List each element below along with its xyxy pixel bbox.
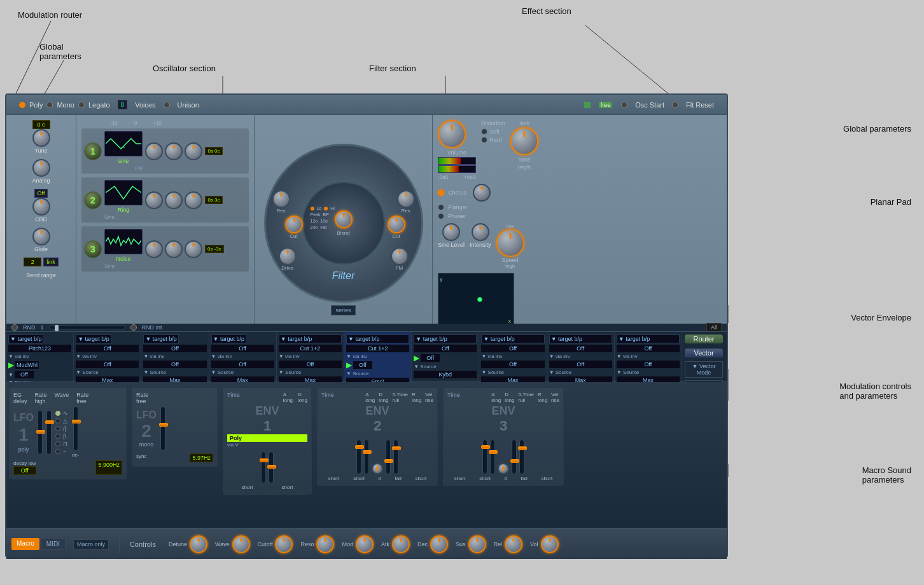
rnd-thumb[interactable] bbox=[55, 325, 59, 331]
slot1-pitch[interactable]: Pitch123 bbox=[8, 345, 71, 352]
filter-cut-knob-left[interactable] bbox=[285, 216, 303, 233]
series-label[interactable]: series bbox=[331, 305, 355, 315]
slot2-off2[interactable]: Off bbox=[76, 361, 139, 368]
lfo2-rate-thumb[interactable] bbox=[159, 423, 168, 427]
slot6-off[interactable]: Off bbox=[353, 361, 372, 369]
lfo2-freq[interactable]: 5.97Hz bbox=[190, 453, 213, 462]
osc2-knob2[interactable] bbox=[165, 191, 183, 209]
osc1-knob3[interactable] bbox=[185, 142, 202, 160]
slot1-off[interactable]: Off bbox=[15, 371, 34, 378]
osc2-knob1[interactable] bbox=[145, 191, 163, 209]
chorus-knob[interactable] bbox=[473, 184, 491, 202]
osc1-value1[interactable]: 0s 0c bbox=[205, 147, 223, 155]
wave-knob[interactable] bbox=[232, 535, 250, 553]
osc3-knob1[interactable] bbox=[145, 240, 163, 258]
dec-knob[interactable] bbox=[430, 535, 448, 553]
mode-dot-1[interactable] bbox=[311, 207, 314, 210]
sine-level-knob[interactable] bbox=[442, 223, 460, 241]
wave-radio-2[interactable]: △ bbox=[55, 418, 68, 424]
slot3-value[interactable]: Off bbox=[143, 345, 206, 352]
tune-value[interactable]: 0 c bbox=[32, 120, 50, 129]
mod-knob[interactable] bbox=[356, 535, 374, 553]
cbd-knob[interactable] bbox=[32, 198, 50, 216]
hard-radio[interactable] bbox=[481, 137, 487, 143]
chorus-radio[interactable] bbox=[438, 189, 444, 196]
filter-res-knob-right[interactable] bbox=[397, 190, 415, 208]
speed-knob[interactable] bbox=[496, 229, 524, 257]
rnd-radio[interactable] bbox=[11, 324, 18, 331]
link-btn[interactable]: link bbox=[43, 258, 59, 266]
env3-vel-slider[interactable] bbox=[519, 439, 524, 474]
lfo1-rate-thumb[interactable] bbox=[45, 420, 54, 424]
poly-radio[interactable] bbox=[19, 102, 25, 108]
wave-radio-1[interactable]: ∿ bbox=[55, 410, 68, 416]
env3-d-slider[interactable] bbox=[490, 439, 495, 474]
lfo1-eg-slider[interactable] bbox=[38, 410, 43, 455]
env3-vel-thumb[interactable] bbox=[518, 446, 527, 450]
wave-dot-1[interactable] bbox=[55, 411, 60, 416]
unison-radio[interactable] bbox=[164, 102, 170, 108]
sus-knob[interactable] bbox=[468, 535, 486, 553]
bend-value[interactable]: 2 bbox=[24, 258, 41, 266]
slot6-target[interactable]: ▼ target b/p bbox=[346, 334, 409, 343]
filter-res-knob-left[interactable] bbox=[272, 190, 290, 208]
slot4-target[interactable]: ▼ target b/p bbox=[211, 334, 246, 343]
lfo1-rate-slider[interactable] bbox=[46, 410, 52, 455]
lfo1-off-value[interactable]: Off bbox=[13, 466, 36, 475]
lfo1-freq[interactable]: 5.900Hz bbox=[95, 460, 122, 475]
wave-radio-4[interactable]: |\ bbox=[55, 433, 68, 439]
slot3-target[interactable]: ▼ target b/p bbox=[143, 334, 178, 343]
tune-knob[interactable] bbox=[32, 129, 50, 147]
macro-tab[interactable]: Macro bbox=[11, 538, 39, 550]
env1-d-thumb[interactable] bbox=[267, 465, 276, 469]
detune-knob[interactable] bbox=[190, 535, 207, 553]
slot5-cut[interactable]: Cut 1+2 bbox=[279, 345, 342, 352]
filter-fm-knob[interactable] bbox=[391, 247, 409, 265]
wave-radio-5[interactable]: ⊓ bbox=[55, 441, 68, 447]
env1-d-slider[interactable] bbox=[269, 451, 274, 483]
osc2-number[interactable]: 2 bbox=[84, 191, 102, 209]
planar-dot[interactable] bbox=[477, 297, 482, 302]
slot8-value[interactable]: Off bbox=[481, 345, 544, 352]
osc3-waveform[interactable] bbox=[104, 229, 143, 254]
slot8-off[interactable]: Off bbox=[481, 361, 544, 368]
flanger-radio[interactable] bbox=[438, 204, 444, 210]
osc3-value1[interactable]: 0s -3c bbox=[205, 245, 224, 253]
slot4-off2[interactable]: Off bbox=[211, 361, 274, 368]
osc1-number[interactable]: 1 bbox=[84, 142, 102, 160]
slot2-value[interactable]: Off bbox=[76, 345, 139, 352]
slot7-value[interactable]: Off bbox=[414, 345, 477, 352]
wave-dot-6[interactable] bbox=[55, 449, 60, 454]
slot5-off[interactable]: Off bbox=[279, 361, 342, 368]
slot7-off[interactable]: Off bbox=[421, 354, 440, 362]
env3-r-thumb[interactable] bbox=[510, 459, 519, 463]
slot9-value[interactable]: Off bbox=[549, 345, 612, 352]
env3-5-knob[interactable] bbox=[498, 463, 509, 474]
volume-knob[interactable] bbox=[438, 120, 466, 148]
lfo1-rate2-slider[interactable] bbox=[73, 406, 78, 451]
osc2-knob3[interactable] bbox=[185, 191, 202, 209]
wave-dot-5[interactable] bbox=[55, 441, 60, 446]
wave-dot-4[interactable] bbox=[55, 434, 60, 439]
slot8-target[interactable]: ▼ target b/p bbox=[481, 334, 544, 343]
slot1-target[interactable]: ▼ target b/p bbox=[8, 334, 43, 343]
rel-knob[interactable] bbox=[505, 535, 522, 553]
voices-badge[interactable]: 8 bbox=[118, 100, 128, 109]
intensity-knob[interactable] bbox=[472, 223, 489, 241]
filter-cut-knob-right[interactable] bbox=[388, 216, 405, 233]
env2-5-knob[interactable] bbox=[372, 463, 383, 474]
atk-knob[interactable] bbox=[392, 535, 410, 553]
env3-a-slider[interactable] bbox=[482, 439, 487, 474]
slot10-target[interactable]: ▼ target b/p bbox=[617, 334, 680, 343]
slot10-value[interactable]: Off bbox=[617, 345, 680, 352]
reso-knob[interactable] bbox=[316, 535, 334, 553]
wave-dot-2[interactable] bbox=[55, 418, 60, 423]
osc1-waveform[interactable]: ~ bbox=[104, 131, 143, 156]
mode-dot-2[interactable] bbox=[324, 207, 328, 210]
lfo1-eg-thumb[interactable] bbox=[36, 430, 45, 434]
slot7-target[interactable]: ▼ target b/p bbox=[414, 334, 477, 343]
osc2-value1[interactable]: 0s 3c bbox=[205, 196, 223, 204]
router-button[interactable]: Router bbox=[685, 334, 723, 343]
osc3-knob2[interactable] bbox=[165, 240, 183, 258]
env2-r-slider[interactable] bbox=[386, 439, 391, 474]
